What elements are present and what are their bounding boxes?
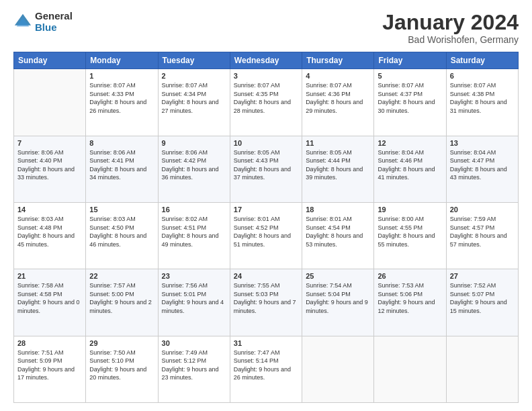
header-friday: Friday: [374, 52, 446, 69]
day-cell-w2d6: 20 Sunrise: 7:59 AM Sunset: 4:57 PM Dayl…: [446, 202, 518, 269]
day-cell-w3d2: 23 Sunrise: 7:56 AM Sunset: 5:01 PM Dayl…: [158, 269, 230, 336]
day-cell-w2d2: 16 Sunrise: 8:02 AM Sunset: 4:51 PM Dayl…: [158, 202, 230, 269]
day-number: 24: [234, 272, 298, 280]
day-info: Sunrise: 7:52 AM Sunset: 5:07 PM Dayligh…: [450, 281, 515, 315]
day-number: 8: [89, 139, 154, 147]
day-info: Sunrise: 8:04 AM Sunset: 4:46 PM Dayligh…: [378, 148, 442, 182]
day-number: 28: [17, 339, 82, 347]
day-info: Sunrise: 7:56 AM Sunset: 5:01 PM Dayligh…: [162, 281, 226, 315]
day-number: 21: [17, 272, 82, 280]
day-cell-w0d6: 6 Sunrise: 8:07 AM Sunset: 4:38 PM Dayli…: [446, 69, 518, 136]
day-cell-w4d2: 30 Sunrise: 7:49 AM Sunset: 5:12 PM Dayl…: [158, 336, 230, 402]
day-number: 23: [162, 272, 226, 280]
day-cell-w3d6: 27 Sunrise: 7:52 AM Sunset: 5:07 PM Dayl…: [446, 269, 518, 336]
day-cell-w1d3: 10 Sunrise: 8:05 AM Sunset: 4:43 PM Dayl…: [230, 136, 302, 202]
day-info: Sunrise: 7:58 AM Sunset: 4:58 PM Dayligh…: [17, 281, 82, 315]
day-info: Sunrise: 7:50 AM Sunset: 5:10 PM Dayligh…: [89, 349, 154, 382]
day-cell-w3d5: 26 Sunrise: 7:53 AM Sunset: 5:06 PM Dayl…: [374, 269, 446, 336]
day-cell-w3d4: 25 Sunrise: 7:54 AM Sunset: 5:04 PM Dayl…: [302, 269, 374, 336]
day-cell-w4d6: [446, 336, 518, 402]
week-row-2: 14 Sunrise: 8:03 AM Sunset: 4:48 PM Dayl…: [14, 202, 519, 269]
day-info: Sunrise: 8:06 AM Sunset: 4:42 PM Dayligh…: [162, 148, 226, 182]
day-cell-w2d0: 14 Sunrise: 8:03 AM Sunset: 4:48 PM Dayl…: [14, 202, 86, 269]
day-number: 9: [162, 139, 226, 147]
day-number: 29: [89, 339, 154, 347]
week-row-3: 21 Sunrise: 7:58 AM Sunset: 4:58 PM Dayl…: [14, 269, 519, 336]
day-number: 19: [378, 205, 442, 214]
day-cell-w0d2: 2 Sunrise: 8:07 AM Sunset: 4:34 PM Dayli…: [158, 69, 230, 136]
day-info: Sunrise: 8:07 AM Sunset: 4:34 PM Dayligh…: [162, 81, 226, 115]
day-cell-w0d1: 1 Sunrise: 8:07 AM Sunset: 4:33 PM Dayli…: [86, 69, 158, 136]
day-cell-w1d1: 8 Sunrise: 8:06 AM Sunset: 4:41 PM Dayli…: [86, 136, 158, 202]
day-number: 4: [306, 72, 370, 80]
day-info: Sunrise: 7:51 AM Sunset: 5:09 PM Dayligh…: [17, 349, 82, 382]
day-cell-w4d1: 29 Sunrise: 7:50 AM Sunset: 5:10 PM Dayl…: [86, 336, 158, 402]
day-cell-w1d5: 12 Sunrise: 8:04 AM Sunset: 4:46 PM Dayl…: [374, 136, 446, 202]
page: General Blue January 2024 Bad Worishofen…: [0, 0, 532, 411]
logo-blue-text: Blue: [35, 22, 73, 34]
week-row-0: 1 Sunrise: 8:07 AM Sunset: 4:33 PM Dayli…: [14, 69, 519, 136]
logo-text: General Blue: [35, 11, 73, 33]
header: General Blue January 2024 Bad Worishofen…: [13, 11, 519, 45]
location: Bad Worishofen, Germany: [382, 34, 519, 45]
header-saturday: Saturday: [446, 52, 518, 69]
day-info: Sunrise: 8:05 AM Sunset: 4:44 PM Dayligh…: [306, 148, 370, 182]
day-info: Sunrise: 8:07 AM Sunset: 4:38 PM Dayligh…: [450, 81, 515, 115]
day-cell-w1d4: 11 Sunrise: 8:05 AM Sunset: 4:44 PM Dayl…: [302, 136, 374, 202]
day-cell-w2d1: 15 Sunrise: 8:03 AM Sunset: 4:50 PM Dayl…: [86, 202, 158, 269]
header-wednesday: Wednesday: [230, 52, 302, 69]
day-cell-w1d6: 13 Sunrise: 8:04 AM Sunset: 4:47 PM Dayl…: [446, 136, 518, 202]
day-info: Sunrise: 8:02 AM Sunset: 4:51 PM Dayligh…: [162, 215, 226, 248]
day-info: Sunrise: 8:07 AM Sunset: 4:36 PM Dayligh…: [306, 81, 370, 115]
day-cell-w0d3: 3 Sunrise: 8:07 AM Sunset: 4:35 PM Dayli…: [230, 69, 302, 136]
day-cell-w1d0: 7 Sunrise: 8:06 AM Sunset: 4:40 PM Dayli…: [14, 136, 86, 202]
day-number: 20: [450, 205, 515, 214]
day-cell-w3d1: 22 Sunrise: 7:57 AM Sunset: 5:00 PM Dayl…: [86, 269, 158, 336]
day-cell-w4d4: [302, 336, 374, 402]
day-number: 15: [89, 205, 154, 214]
week-row-1: 7 Sunrise: 8:06 AM Sunset: 4:40 PM Dayli…: [14, 136, 519, 202]
day-number: 27: [450, 272, 515, 280]
logo-general-text: General: [35, 11, 73, 22]
day-cell-w0d0: [14, 69, 86, 136]
header-tuesday: Tuesday: [158, 52, 230, 69]
day-number: 25: [306, 272, 370, 280]
day-info: Sunrise: 8:00 AM Sunset: 4:55 PM Dayligh…: [378, 215, 442, 248]
day-number: 14: [17, 205, 82, 214]
day-number: 31: [234, 339, 298, 347]
day-number: 2: [162, 72, 226, 80]
title-block: January 2024 Bad Worishofen, Germany: [382, 11, 519, 45]
day-number: 22: [89, 272, 154, 280]
day-info: Sunrise: 7:49 AM Sunset: 5:12 PM Dayligh…: [162, 349, 226, 382]
day-info: Sunrise: 7:54 AM Sunset: 5:04 PM Dayligh…: [306, 281, 370, 315]
day-number: 10: [234, 139, 298, 147]
day-cell-w0d4: 4 Sunrise: 8:07 AM Sunset: 4:36 PM Dayli…: [302, 69, 374, 136]
day-info: Sunrise: 8:06 AM Sunset: 4:40 PM Dayligh…: [17, 148, 82, 182]
day-info: Sunrise: 8:05 AM Sunset: 4:43 PM Dayligh…: [234, 148, 298, 182]
day-info: Sunrise: 8:01 AM Sunset: 4:54 PM Dayligh…: [306, 215, 370, 248]
day-number: 5: [378, 72, 442, 80]
day-info: Sunrise: 7:55 AM Sunset: 5:03 PM Dayligh…: [234, 281, 298, 315]
day-info: Sunrise: 8:06 AM Sunset: 4:41 PM Dayligh…: [89, 148, 154, 182]
day-cell-w0d5: 5 Sunrise: 8:07 AM Sunset: 4:37 PM Dayli…: [374, 69, 446, 136]
day-info: Sunrise: 8:07 AM Sunset: 4:35 PM Dayligh…: [234, 81, 298, 115]
logo: General Blue: [13, 11, 73, 33]
day-number: 1: [89, 72, 154, 80]
day-cell-w1d2: 9 Sunrise: 8:06 AM Sunset: 4:42 PM Dayli…: [158, 136, 230, 202]
calendar-table: Sunday Monday Tuesday Wednesday Thursday…: [13, 52, 519, 403]
day-cell-w4d0: 28 Sunrise: 7:51 AM Sunset: 5:09 PM Dayl…: [14, 336, 86, 402]
day-info: Sunrise: 8:07 AM Sunset: 4:33 PM Dayligh…: [89, 81, 154, 115]
header-thursday: Thursday: [302, 52, 374, 69]
day-number: 16: [162, 205, 226, 214]
day-number: 7: [17, 139, 82, 147]
day-number: 13: [450, 139, 515, 147]
day-number: 17: [234, 205, 298, 214]
logo-icon: [13, 13, 32, 32]
day-info: Sunrise: 8:04 AM Sunset: 4:47 PM Dayligh…: [450, 148, 515, 182]
weekday-header-row: Sunday Monday Tuesday Wednesday Thursday…: [14, 52, 519, 69]
day-number: 6: [450, 72, 515, 80]
day-info: Sunrise: 7:57 AM Sunset: 5:00 PM Dayligh…: [89, 281, 154, 315]
day-info: Sunrise: 7:47 AM Sunset: 5:14 PM Dayligh…: [234, 349, 298, 382]
day-cell-w3d3: 24 Sunrise: 7:55 AM Sunset: 5:03 PM Dayl…: [230, 269, 302, 336]
day-cell-w2d5: 19 Sunrise: 8:00 AM Sunset: 4:55 PM Dayl…: [374, 202, 446, 269]
